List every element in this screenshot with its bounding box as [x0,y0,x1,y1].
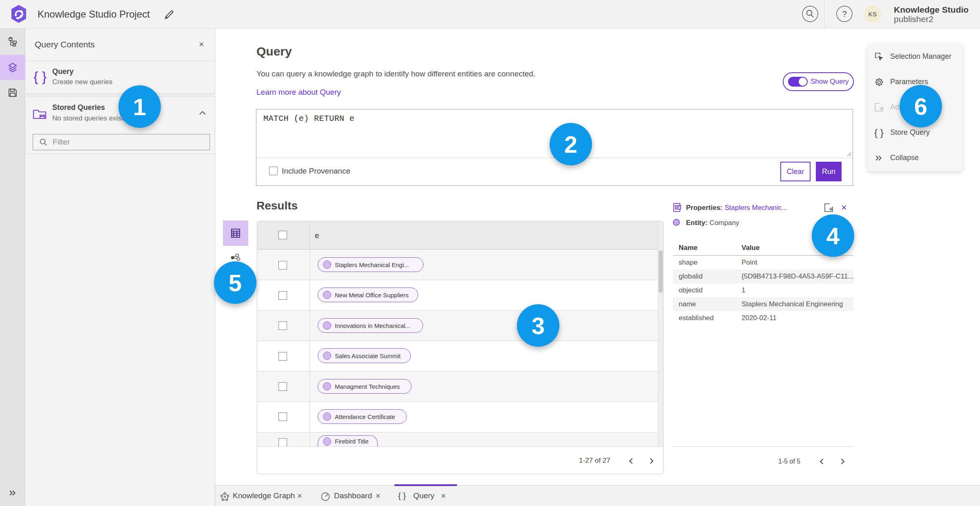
svg-text:?: ? [842,9,846,18]
